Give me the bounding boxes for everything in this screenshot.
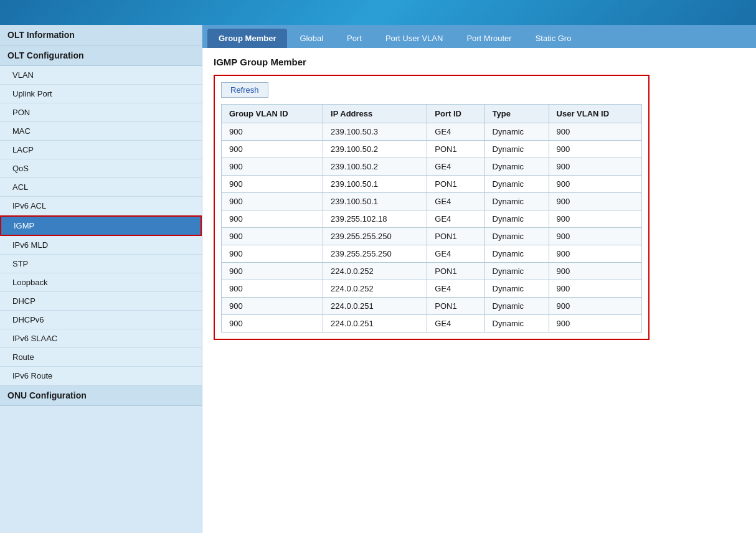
table-header-row: Group VLAN ID IP Address Port ID Type Us… [222,105,642,123]
table-row: 900239.100.50.3GE4Dynamic900 [222,123,642,141]
col-type: Type [484,105,549,123]
sidebar-item-lacp[interactable]: LACP [0,141,202,159]
cell-9-2: GE4 [427,280,484,298]
cell-11-4: 900 [549,315,641,333]
cell-3-0: 900 [222,176,323,193]
table-row: 900224.0.0.252PON1Dynamic900 [222,263,642,280]
sidebar-item-dhcp[interactable]: DHCP [0,292,202,311]
refresh-button[interactable]: Refresh [221,82,268,98]
col-ip-address: IP Address [323,105,427,123]
col-port-id: Port ID [427,105,484,123]
cell-6-1: 239.255.255.250 [323,228,427,245]
cell-0-2: GE4 [427,123,484,141]
top-banner [0,0,756,25]
cell-8-3: Dynamic [484,263,549,280]
tab-port-mrouter[interactable]: Port Mrouter [455,29,522,48]
sidebar-item-vlan[interactable]: VLAN [0,66,202,85]
cell-1-4: 900 [549,141,641,158]
sidebar-item-uplink-port[interactable]: Uplink Port [0,85,202,103]
sidebar-item-loopback[interactable]: Loopback [0,273,202,292]
table-row: 900224.0.0.251PON1Dynamic900 [222,298,642,315]
cell-4-1: 239.100.50.1 [323,193,427,210]
table-row: 900239.100.50.2PON1Dynamic900 [222,141,642,158]
cell-7-3: Dynamic [484,245,549,263]
sidebar-item-dhcpv6[interactable]: DHCPv6 [0,311,202,329]
cell-7-2: GE4 [427,245,484,263]
cell-1-3: Dynamic [484,141,549,158]
table-row: 900239.100.50.1PON1Dynamic900 [222,176,642,193]
cell-3-3: Dynamic [484,176,549,193]
cell-10-1: 224.0.0.251 [323,298,427,315]
col-user-vlan-id: User VLAN ID [549,105,641,123]
table-row: 900239.255.102.18GE4Dynamic900 [222,210,642,228]
cell-10-0: 900 [222,298,323,315]
table-row: 900224.0.0.252GE4Dynamic900 [222,280,642,298]
sidebar-item-ipv6-route[interactable]: IPv6 Route [0,367,202,385]
cell-8-2: PON1 [427,263,484,280]
tab-global[interactable]: Global [288,29,334,48]
tab-port[interactable]: Port [336,29,373,48]
cell-9-1: 224.0.0.252 [323,280,427,298]
cell-8-4: 900 [549,263,641,280]
sidebar-item-ipv6-slaac[interactable]: IPv6 SLAAC [0,329,202,348]
cell-2-4: 900 [549,158,641,176]
cell-5-1: 239.255.102.18 [323,210,427,228]
cell-9-0: 900 [222,280,323,298]
cell-10-2: PON1 [427,298,484,315]
table-row: 900224.0.0.251GE4Dynamic900 [222,315,642,333]
cell-6-3: Dynamic [484,228,549,245]
cell-3-4: 900 [549,176,641,193]
tab-static-gro[interactable]: Static Gro [524,29,583,48]
cell-6-0: 900 [222,228,323,245]
cell-5-2: GE4 [427,210,484,228]
sidebar-item-ipv6-acl[interactable]: IPv6 ACL [0,197,202,215]
table-row: 900239.255.255.250PON1Dynamic900 [222,228,642,245]
sidebar-item-mac[interactable]: MAC [0,122,202,141]
cell-11-0: 900 [222,315,323,333]
table-container: Refresh Group VLAN ID IP Address Port ID… [214,75,650,340]
cell-0-1: 239.100.50.3 [323,123,427,141]
cell-1-0: 900 [222,141,323,158]
cell-0-0: 900 [222,123,323,141]
cell-4-0: 900 [222,193,323,210]
cell-7-0: 900 [222,245,323,263]
cell-10-3: Dynamic [484,298,549,315]
cell-5-0: 900 [222,210,323,228]
sidebar-item-route[interactable]: Route [0,348,202,367]
tab-port-user-vlan[interactable]: Port User VLAN [374,29,454,48]
cell-2-1: 239.100.50.2 [323,158,427,176]
table-row: 900239.100.50.1GE4Dynamic900 [222,193,642,210]
cell-4-4: 900 [549,193,641,210]
sidebar-item-igmp[interactable]: IGMP [0,215,202,236]
cell-5-3: Dynamic [484,210,549,228]
sidebar: OLT Information OLT Configuration VLAN U… [0,25,202,533]
cell-11-3: Dynamic [484,315,549,333]
col-group-vlan-id: Group VLAN ID [222,105,323,123]
cell-2-2: GE4 [427,158,484,176]
table-row: 900239.100.50.2GE4Dynamic900 [222,158,642,176]
table-row: 900239.255.255.250GE4Dynamic900 [222,245,642,263]
cell-10-4: 900 [549,298,641,315]
cell-11-2: GE4 [427,315,484,333]
content-area: Group Member Global Port Port User VLAN … [202,25,756,533]
sidebar-item-pon[interactable]: PON [0,103,202,122]
cell-8-0: 900 [222,263,323,280]
cell-9-3: Dynamic [484,280,549,298]
cell-0-4: 900 [549,123,641,141]
tab-group-member[interactable]: Group Member [207,29,287,48]
cell-5-4: 900 [549,210,641,228]
cell-9-4: 900 [549,280,641,298]
sidebar-section-olt-info: OLT Information [0,25,202,45]
tabs-bar: Group Member Global Port Port User VLAN … [202,25,756,48]
cell-3-1: 239.100.50.1 [323,176,427,193]
cell-11-1: 224.0.0.251 [323,315,427,333]
cell-3-2: PON1 [427,176,484,193]
sidebar-item-ipv6-mld[interactable]: IPv6 MLD [0,236,202,255]
cell-1-1: 239.100.50.2 [323,141,427,158]
cell-2-0: 900 [222,158,323,176]
cell-8-1: 224.0.0.252 [323,263,427,280]
cell-4-3: Dynamic [484,193,549,210]
sidebar-item-qos[interactable]: QoS [0,159,202,178]
sidebar-item-acl[interactable]: ACL [0,178,202,197]
sidebar-item-stp[interactable]: STP [0,255,202,273]
